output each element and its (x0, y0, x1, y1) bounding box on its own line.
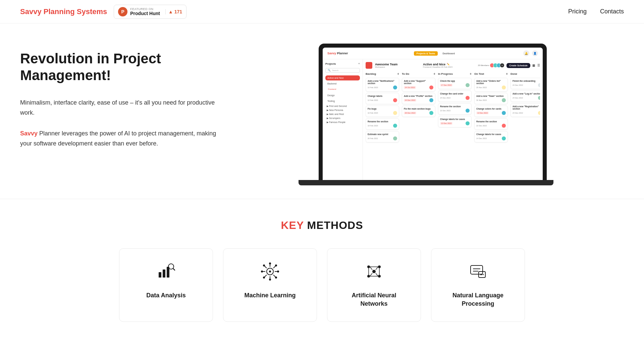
svg-line-31 (376, 273, 378, 276)
app-tab-projects[interactable]: Projects & Tasks (414, 51, 438, 56)
svg-point-21 (263, 277, 265, 279)
sidebar-search[interactable]: 🔍 Search (325, 68, 360, 73)
app-content: Projects + 🔍 Search Active and Nice Back… (323, 59, 543, 180)
project-info: Active and Nice ✏️ Frontend | Deadline 2… (423, 63, 452, 68)
team-workspace: Workspace (375, 66, 397, 68)
team-info: Awesome Team Workspace (366, 62, 397, 69)
avatar-icon[interactable]: 👤 (532, 50, 538, 56)
svg-rect-36 (471, 265, 483, 274)
hero-mockup: Savvy Planner Projects & Tasks Dashboard… (241, 44, 624, 185)
hero-title: Revolution in Project Management! (20, 50, 221, 84)
svg-point-43 (483, 274, 484, 275)
sidebar-item-famous[interactable]: ▶ Famous People (325, 120, 360, 124)
svg-point-20 (275, 264, 277, 266)
card-avatar (429, 111, 433, 115)
view-icon-list[interactable]: ☰ (537, 64, 540, 67)
svg-line-4 (173, 268, 175, 270)
card-avatar (429, 98, 433, 102)
card-check-app: Check the app 17 Dec 2022 (438, 78, 472, 89)
card-bugs: Fix bugs 16 Feb 2023 (366, 106, 399, 117)
card-avatar (466, 109, 470, 113)
sidebar-item-frontend: Frontend (325, 87, 360, 92)
hero-section: Revolution in Project Management! Minima… (0, 23, 644, 199)
card-avatar (502, 111, 506, 115)
card-avatar (393, 136, 397, 140)
sidebar-add-icon[interactable]: + (358, 62, 360, 65)
svg-point-6 (269, 270, 271, 273)
backlog-add[interactable]: + (397, 72, 399, 76)
bell-icon[interactable]: 🔔 (523, 50, 529, 56)
card-support: Add a new "Support" section 24 Oct 2022 (402, 78, 435, 92)
ontest-add[interactable]: + (506, 72, 508, 76)
sidebar-item-persona[interactable]: ▶ New Persona (325, 108, 360, 112)
svg-point-22 (275, 277, 277, 279)
nav-pricing[interactable]: Pricing (568, 8, 587, 15)
card-login: Add a new "Log-in" section 24 Dec 2022 (511, 90, 540, 102)
svg-rect-1 (163, 269, 165, 278)
inprogress-add[interactable]: + (470, 72, 472, 76)
app-logo: Savvy Planner (327, 52, 348, 55)
card-avatar (538, 96, 540, 100)
card-main-bugs: Fix the main section bugs 26 Dec 2022 (402, 106, 435, 117)
nav-contacts[interactable]: Contacts (600, 8, 624, 15)
header-actions: 25 Members + Create Schedule (478, 63, 540, 68)
kanban-col-done: Done + Finish the onboarding 24 Dec 2022 (511, 72, 540, 173)
card-labels-cases: Change labels for cases 13 Dec 2022 (438, 116, 472, 127)
svg-point-19 (263, 264, 265, 266)
svg-point-26 (367, 275, 370, 278)
app-main-header: Awesome Team Workspace Active and Nice ✏… (366, 62, 540, 69)
view-icon-grid[interactable]: ▦ (532, 64, 535, 67)
svg-point-24 (367, 265, 370, 268)
method-name-neural-networks: Artificial Neural Networks (337, 291, 411, 308)
card-avatar (466, 83, 470, 87)
card-avatar (393, 85, 397, 89)
edit-icon[interactable]: ✏️ (447, 63, 450, 66)
section-title: KEY METHODS (34, 219, 610, 232)
team-avatar (366, 62, 372, 69)
svg-point-41 (480, 274, 481, 275)
laptop-base (299, 180, 553, 185)
product-hunt-badge[interactable]: P FEATURED ON Product Hunt ▲ 171 (114, 5, 186, 19)
card-registration: Add a new "Registration" section 24 Dec … (511, 103, 540, 117)
card-sprint: Estimate new sprint 26 Feb 2021 (366, 131, 399, 142)
logo: Savvy Planning Systems (20, 7, 107, 16)
key-methods-section: KEY METHODS Data Analysis (0, 199, 644, 342)
hero-text: Revolution in Project Management! Minima… (20, 44, 221, 149)
card-labels-cases2: Change labels for cases 14 Dec 2022 (474, 131, 508, 142)
kanban-col-ontest: On Test + Add a new "Orders list" sectio… (474, 72, 508, 173)
sidebar-item-active-nice[interactable]: Active and Nice (325, 75, 360, 80)
card-avatar (502, 124, 506, 128)
svg-point-15 (269, 262, 271, 264)
create-schedule-button[interactable]: Create Schedule (506, 63, 530, 68)
card-avatar (466, 121, 470, 125)
svg-line-29 (376, 267, 378, 270)
kanban-board: Backlog + Add a new "Notifications" sect… (366, 72, 540, 173)
sidebar-item-backend[interactable]: Backend (325, 81, 360, 86)
card-onboarding: Finish the onboarding 24 Dec 2022 (511, 78, 540, 89)
card-team: Add a new "Team" section 31 Nov 2022 (474, 93, 508, 104)
laptop-frame: Savvy Planner Projects & Tasks Dashboard… (319, 44, 547, 180)
svg-point-17 (261, 270, 263, 273)
machine-learning-icon (261, 262, 279, 285)
app-tab-dashboard[interactable]: Dashboard (440, 51, 458, 56)
method-card-neural-networks: Artificial Neural Networks (327, 248, 421, 322)
members-count: 25 Members (478, 64, 489, 66)
sidebar-item-design[interactable]: Design (325, 93, 360, 98)
card-rename3: Rename the section 22 Dec 2022 (474, 118, 508, 130)
method-name-data-analysis: Data Analysis (146, 291, 185, 300)
todo-add[interactable]: + (433, 72, 435, 76)
sidebar-item-scrum[interactable]: ▶ Scrumpers (325, 116, 360, 120)
neural-networks-icon (365, 262, 383, 285)
card-rename2: Rename the section 22 Dec 2022 (438, 103, 472, 115)
member-avatars: + (491, 63, 504, 68)
card-profile: Add a new "Profile" section 24 Dec 2022 (402, 93, 435, 104)
search-icon: 🔍 (328, 69, 331, 72)
method-card-data-analysis: Data Analysis (119, 248, 213, 322)
card-avatar (502, 98, 506, 102)
sidebar-item-testing[interactable]: Testing (325, 99, 360, 104)
app-sidebar: Projects + 🔍 Search Active and Nice Back… (323, 59, 363, 180)
sidebar-item-italic[interactable]: ▶ Italic and Rest (325, 112, 360, 116)
svg-point-18 (277, 270, 279, 273)
method-card-machine-learning: Machine Learning (223, 248, 317, 322)
sidebar-item-first[interactable]: ▶ First and Second (325, 104, 360, 108)
